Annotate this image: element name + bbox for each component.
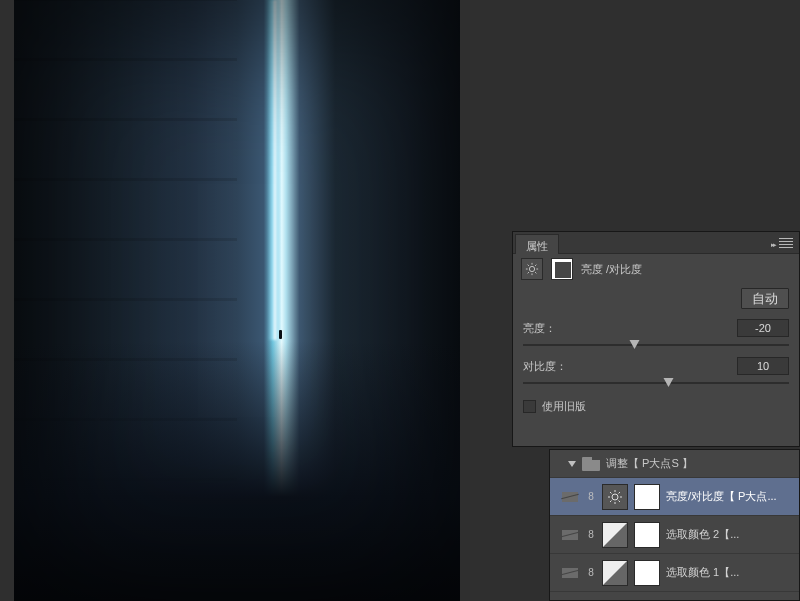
svg-point-1 xyxy=(612,494,618,500)
link-icon[interactable] xyxy=(586,490,596,504)
layer-row-brightness-contrast[interactable]: 亮度/对比度【 P大点... xyxy=(550,478,799,516)
panel-body: 自动 亮度： -20 对比度： 10 使用旧版 xyxy=(513,284,799,446)
brightness-slider[interactable] xyxy=(523,339,789,351)
layers-panel: 调整【 P大点S 】 亮度/对比度【 P大点... 选取颜色 2【... 选取颜… xyxy=(549,449,800,601)
contrast-label: 对比度： xyxy=(523,359,567,374)
link-icon[interactable] xyxy=(586,528,596,542)
visibility-toggle[interactable] xyxy=(560,528,580,542)
layer-row-selective-color-2[interactable]: 选取颜色 2【... xyxy=(550,516,799,554)
artwork-floor xyxy=(14,341,460,601)
contrast-value[interactable]: 10 xyxy=(737,357,789,375)
adjustment-header: 亮度 /对比度 xyxy=(513,254,799,284)
layer-row-selective-color-1[interactable]: 选取颜色 1【... xyxy=(550,554,799,592)
adjustment-thumb-icon[interactable] xyxy=(602,522,628,548)
use-legacy-row: 使用旧版 xyxy=(523,399,789,414)
adjustment-thumb-icon[interactable] xyxy=(602,484,628,510)
contrast-slider[interactable] xyxy=(523,377,789,389)
adjustment-title: 亮度 /对比度 xyxy=(581,262,642,277)
layer-label[interactable]: 选取颜色 1【... xyxy=(666,565,799,580)
visibility-toggle[interactable] xyxy=(560,490,580,504)
layer-mask-thumb[interactable] xyxy=(634,560,660,586)
layer-label[interactable]: 亮度/对比度【 P大点... xyxy=(666,489,799,504)
brightness-value[interactable]: -20 xyxy=(737,319,789,337)
panel-menu-icon[interactable] xyxy=(779,238,793,248)
layer-group-row[interactable]: 调整【 P大点S 】 xyxy=(550,450,799,478)
use-legacy-checkbox[interactable] xyxy=(523,400,536,413)
layer-label[interactable]: 选取颜色 2【... xyxy=(666,527,799,542)
svg-point-0 xyxy=(529,266,534,271)
contrast-row: 对比度： 10 xyxy=(523,357,789,389)
canvas-area[interactable] xyxy=(14,0,460,601)
chevron-down-icon[interactable] xyxy=(568,461,576,467)
layer-group-label: 调整【 P大点S 】 xyxy=(606,456,693,471)
panel-tabbar: 属性 xyxy=(513,232,799,254)
document-artwork xyxy=(14,0,460,601)
brightness-label: 亮度： xyxy=(523,321,556,336)
link-icon[interactable] xyxy=(586,566,596,580)
auto-button[interactable]: 自动 xyxy=(741,288,789,309)
brightness-contrast-icon xyxy=(521,258,543,280)
artwork-figure xyxy=(279,330,282,339)
mask-icon xyxy=(551,258,573,280)
collapse-panel-icon[interactable] xyxy=(771,237,775,249)
tab-properties[interactable]: 属性 xyxy=(515,234,559,254)
properties-panel: 属性 亮度 /对比度 自动 亮度： -20 对比度： xyxy=(512,231,800,447)
adjustment-thumb-icon[interactable] xyxy=(602,560,628,586)
layer-mask-thumb[interactable] xyxy=(634,484,660,510)
artwork-light-slit xyxy=(268,0,282,340)
use-legacy-label: 使用旧版 xyxy=(542,399,586,414)
folder-icon xyxy=(582,457,600,471)
brightness-row: 亮度： -20 xyxy=(523,319,789,351)
visibility-toggle[interactable] xyxy=(560,566,580,580)
layer-mask-thumb[interactable] xyxy=(634,522,660,548)
